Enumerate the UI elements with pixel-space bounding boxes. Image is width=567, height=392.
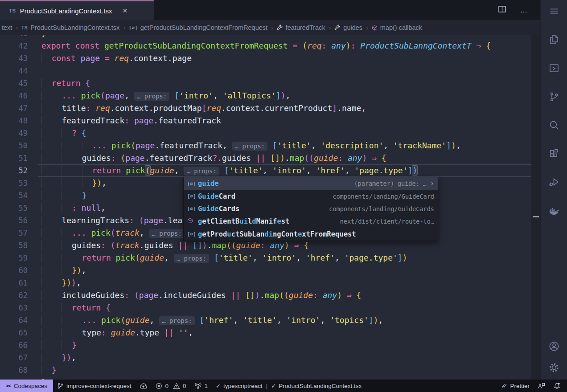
line-content: }),	[41, 351, 76, 364]
explorer-files-icon[interactable]	[548, 34, 560, 45]
code-line[interactable]: 67 }),	[0, 351, 531, 364]
code-line[interactable]: 65 type: guide.type || '',	[0, 327, 531, 339]
code-line[interactable]: 46 ... pick(page, … props: ['intro', 'al…	[0, 90, 531, 102]
source-control-icon[interactable]	[548, 91, 560, 102]
code-line[interactable]: 61 })),	[0, 277, 531, 289]
breadcrumb-label: ProductSubLandingContext.tsx	[30, 24, 119, 31]
line-number: 54	[0, 189, 28, 202]
ports-button[interactable]: 1	[190, 380, 212, 392]
line-content: ... pick(page, … props: ['intro', 'allTo…	[41, 90, 290, 102]
line-content: return {	[41, 302, 111, 314]
remote-codespaces-button[interactable]: >< Codespaces	[0, 380, 53, 392]
code-line[interactable]: 63 return {	[0, 302, 531, 314]
line-content: }	[41, 189, 87, 202]
code-line[interactable]: 69}	[0, 376, 531, 380]
code-line[interactable]: 60 }),	[0, 264, 531, 277]
feedback-button[interactable]	[534, 380, 549, 392]
code-line[interactable]: 51 guides: (page.featuredTrack?.guides |…	[0, 152, 531, 164]
code-line[interactable]: 66 }	[0, 339, 531, 351]
feedback-person-icon	[538, 382, 545, 389]
account-icon[interactable]	[548, 340, 560, 352]
line-content: ... pick(track, … props:	[41, 227, 185, 239]
editor-scrollbar[interactable]	[531, 35, 540, 380]
split-editor-icon[interactable]	[498, 6, 506, 14]
notifications-button[interactable]	[549, 380, 567, 392]
suggestion-item[interactable]: [∅]guide(parameter) guide: …›	[184, 177, 438, 190]
line-number: 63	[0, 302, 28, 314]
line-number: 64	[0, 314, 28, 327]
code-line[interactable]: 58 guides: (track.guides || []).map((gui…	[0, 239, 531, 252]
breadcrumb-item[interactable]: featuredTrack	[276, 24, 326, 31]
tab-productsublandingcontext[interactable]: TS ProductSubLandingContext.tsx ✕	[0, 0, 154, 20]
sync-button[interactable]	[135, 380, 152, 392]
code-line[interactable]: 45 return {	[0, 77, 531, 90]
line-content: title: req.context.productMap[req.contex…	[41, 102, 366, 114]
line-number: 44	[0, 65, 28, 77]
docker-icon[interactable]	[548, 205, 560, 216]
suggestion-detail: components/landing/GuideCard	[326, 193, 434, 200]
line-number: 66	[0, 339, 28, 351]
code-line[interactable]: 42export const getProductSubLandingConte…	[0, 40, 531, 52]
breadcrumb-item[interactable]: [∅]getProductSubLandingContextFromReques…	[128, 24, 268, 31]
code-line[interactable]: 49 ? {	[0, 127, 531, 139]
code-line[interactable]: 48 featuredTrack: page.featuredTrack	[0, 114, 531, 127]
suggestion-item[interactable]: [∅]GuideCardscomponents/landing/GuideCar…	[184, 203, 438, 215]
code-line[interactable]: 64 ... pick(guide, … props: ['href', 'ti…	[0, 314, 531, 327]
breadcrumb-item[interactable]: TSProductSubLandingContext.tsx	[21, 24, 120, 31]
code-line[interactable]: 41}	[0, 35, 531, 40]
breadcrumb-separator: ›	[366, 24, 368, 31]
code-line[interactable]: 59 return pick(guide, … props: ['title',…	[0, 252, 531, 264]
line-number: 58	[0, 239, 28, 252]
code-line[interactable]: 43 const page = req.context.page	[0, 52, 531, 65]
line-content: guides: (track.guides || []).map((guide:…	[41, 239, 308, 252]
menu-icon[interactable]	[548, 5, 560, 17]
ts-file-icon: TS	[21, 25, 28, 30]
suggestion-item[interactable]: getClientBuildManifestnext/dist/client/r…	[184, 215, 438, 228]
more-actions-icon[interactable]: …	[520, 6, 528, 14]
radio-tower-icon	[194, 382, 202, 389]
extensions-icon[interactable]	[548, 148, 560, 159]
code-line[interactable]: 44	[0, 65, 531, 77]
suggestion-item[interactable]: [∅]GuideCardcomponents/landing/GuideCard	[184, 190, 438, 202]
line-number: 51	[0, 152, 28, 164]
code-line[interactable]: 50 ... pick(page.featuredTrack, … props:…	[0, 139, 531, 152]
terminal-icon[interactable]	[548, 62, 560, 74]
settings-gear-icon[interactable]	[548, 362, 560, 373]
warning-count: 0	[183, 383, 186, 389]
editor[interactable]: 41}42export const getProductSubLandingCo…	[0, 35, 540, 380]
code-line[interactable]: 62 includeGuides: (page.includeGuides ||…	[0, 289, 531, 302]
code-line[interactable]: 52 return pick(guide, … props: ['title',…	[0, 164, 531, 177]
line-number: 41	[0, 35, 28, 40]
breadcrumb-label: getProductSubLandingContextFromRequest	[140, 24, 267, 31]
suggestion-label: GuideCard	[198, 192, 235, 200]
line-content: }),	[41, 177, 107, 189]
code-line[interactable]: 47 title: req.context.productMap[req.con…	[0, 102, 531, 114]
symbol-field-icon: [∅]	[187, 181, 198, 187]
file-status-label: ProductSubLandingContext.tsx	[279, 383, 362, 389]
status-bar: >< Codespaces improve-context-request 0 …	[0, 380, 567, 392]
prettier-button[interactable]: ✓✓ Prettier	[497, 380, 534, 392]
breadcrumb-item[interactable]: guides	[333, 24, 363, 31]
run-debug-icon[interactable]	[548, 176, 560, 188]
breadcrumb-separator: ›	[123, 24, 125, 31]
code-line[interactable]: 68 }	[0, 364, 531, 376]
line-number: 67	[0, 351, 28, 364]
line-content: learningTracks: (page.lea	[41, 214, 182, 227]
line-number: 50	[0, 139, 28, 152]
remote-icon: ><	[6, 383, 11, 388]
line-content: })),	[41, 277, 81, 289]
breadcrumb-item[interactable]: map() callback	[371, 24, 423, 31]
close-tab-icon[interactable]: ✕	[123, 7, 128, 14]
language-status[interactable]: ✓ typescriptreact | ✓ ProductSubLandingC…	[212, 380, 366, 392]
suggestion-item[interactable]: [∅]getProductSubLandingContextFromReques…	[184, 228, 438, 241]
branch-button[interactable]: improve-context-request	[53, 380, 136, 392]
breadcrumb-separator: ›	[271, 24, 273, 31]
symbol-field-icon: [∅]	[129, 25, 138, 31]
line-number: 65	[0, 327, 28, 339]
line-content: ? {	[41, 127, 86, 139]
breadcrumb-label: map() callback	[380, 24, 422, 31]
breadcrumb-item[interactable]: text	[1, 24, 13, 31]
search-icon[interactable]	[548, 119, 560, 131]
problems-button[interactable]: 0 0	[152, 380, 190, 392]
line-content: }	[41, 376, 46, 380]
